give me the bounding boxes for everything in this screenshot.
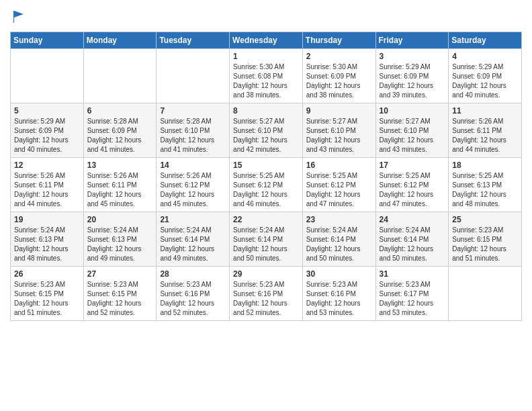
page-header	[10, 7, 522, 28]
day-info: Sunrise: 5:24 AM Sunset: 6:14 PM Dayligh…	[233, 226, 299, 263]
day-number: 1	[233, 52, 299, 61]
day-info: Sunrise: 5:25 AM Sunset: 6:12 PM Dayligh…	[233, 171, 299, 209]
calendar-cell	[11, 49, 84, 103]
day-info: Sunrise: 5:23 AM Sunset: 6:16 PM Dayligh…	[160, 280, 226, 318]
calendar-cell: 20Sunrise: 5:24 AM Sunset: 6:13 PM Dayli…	[83, 212, 157, 267]
calendar-cell: 12Sunrise: 5:26 AM Sunset: 6:11 PM Dayli…	[11, 158, 84, 212]
day-number: 12	[14, 161, 80, 170]
calendar-cell: 25Sunrise: 5:23 AM Sunset: 6:15 PM Dayli…	[449, 212, 522, 267]
day-info: Sunrise: 5:29 AM Sunset: 6:09 PM Dayligh…	[452, 62, 518, 100]
svg-marker-0	[13, 11, 24, 23]
day-info: Sunrise: 5:28 AM Sunset: 6:10 PM Dayligh…	[160, 117, 226, 154]
calendar-cell: 15Sunrise: 5:25 AM Sunset: 6:12 PM Dayli…	[230, 158, 303, 212]
calendar-cell: 11Sunrise: 5:26 AM Sunset: 6:11 PM Dayli…	[449, 103, 522, 158]
header-day-friday: Friday	[375, 32, 449, 49]
calendar-cell: 8Sunrise: 5:27 AM Sunset: 6:10 PM Daylig…	[230, 103, 303, 158]
calendar-table: SundayMondayTuesdayWednesdayThursdayFrid…	[10, 32, 522, 321]
calendar-cell: 1Sunrise: 5:30 AM Sunset: 6:08 PM Daylig…	[230, 49, 303, 103]
day-number: 9	[306, 106, 372, 116]
calendar-body: 1Sunrise: 5:30 AM Sunset: 6:08 PM Daylig…	[11, 49, 522, 321]
header-day-tuesday: Tuesday	[157, 32, 230, 49]
calendar-cell: 16Sunrise: 5:25 AM Sunset: 6:12 PM Dayli…	[302, 158, 375, 212]
day-number: 24	[380, 215, 445, 224]
day-number: 2	[306, 52, 372, 61]
day-info: Sunrise: 5:25 AM Sunset: 6:12 PM Dayligh…	[380, 171, 445, 209]
calendar-week-row: 26Sunrise: 5:23 AM Sunset: 6:15 PM Dayli…	[11, 267, 522, 321]
calendar-cell	[83, 49, 157, 103]
calendar-cell: 27Sunrise: 5:23 AM Sunset: 6:15 PM Dayli…	[83, 267, 157, 321]
calendar-cell: 26Sunrise: 5:23 AM Sunset: 6:15 PM Dayli…	[11, 267, 84, 321]
calendar-cell: 29Sunrise: 5:23 AM Sunset: 6:16 PM Dayli…	[230, 267, 303, 321]
day-info: Sunrise: 5:26 AM Sunset: 6:11 PM Dayligh…	[14, 171, 80, 209]
day-info: Sunrise: 5:27 AM Sunset: 6:10 PM Dayligh…	[233, 117, 299, 154]
day-number: 10	[380, 106, 445, 116]
calendar-cell: 19Sunrise: 5:24 AM Sunset: 6:13 PM Dayli…	[11, 212, 84, 267]
day-number: 28	[160, 269, 226, 279]
calendar-cell: 23Sunrise: 5:24 AM Sunset: 6:14 PM Dayli…	[302, 212, 375, 267]
header-day-sunday: Sunday	[11, 32, 84, 49]
calendar-cell: 13Sunrise: 5:26 AM Sunset: 6:11 PM Dayli…	[83, 158, 157, 212]
calendar-week-row: 5Sunrise: 5:29 AM Sunset: 6:09 PM Daylig…	[11, 103, 522, 158]
calendar-cell: 30Sunrise: 5:23 AM Sunset: 6:16 PM Dayli…	[302, 267, 375, 321]
day-number: 18	[452, 161, 518, 170]
day-number: 8	[233, 106, 299, 116]
day-number: 5	[14, 106, 80, 116]
day-info: Sunrise: 5:24 AM Sunset: 6:14 PM Dayligh…	[306, 226, 372, 263]
day-info: Sunrise: 5:24 AM Sunset: 6:14 PM Dayligh…	[160, 226, 226, 263]
calendar-cell: 21Sunrise: 5:24 AM Sunset: 6:14 PM Dayli…	[157, 212, 230, 267]
day-info: Sunrise: 5:23 AM Sunset: 6:16 PM Dayligh…	[233, 280, 299, 318]
logo-flag-icon	[11, 9, 26, 24]
calendar-header-row: SundayMondayTuesdayWednesdayThursdayFrid…	[11, 32, 522, 49]
day-info: Sunrise: 5:23 AM Sunset: 6:15 PM Dayligh…	[87, 280, 153, 318]
calendar-header: SundayMondayTuesdayWednesdayThursdayFrid…	[11, 32, 522, 49]
day-number: 26	[14, 269, 80, 279]
calendar-week-row: 1Sunrise: 5:30 AM Sunset: 6:08 PM Daylig…	[11, 49, 522, 103]
day-number: 31	[380, 269, 445, 279]
day-number: 15	[233, 161, 299, 170]
calendar-cell: 2Sunrise: 5:30 AM Sunset: 6:09 PM Daylig…	[302, 49, 375, 103]
day-number: 3	[380, 52, 445, 61]
calendar-cell: 18Sunrise: 5:25 AM Sunset: 6:13 PM Dayli…	[449, 158, 522, 212]
day-info: Sunrise: 5:28 AM Sunset: 6:09 PM Dayligh…	[87, 117, 153, 154]
day-number: 11	[452, 106, 518, 116]
day-number: 27	[87, 269, 153, 279]
calendar-week-row: 12Sunrise: 5:26 AM Sunset: 6:11 PM Dayli…	[11, 158, 522, 212]
day-number: 14	[160, 161, 226, 170]
day-info: Sunrise: 5:25 AM Sunset: 6:12 PM Dayligh…	[306, 171, 372, 209]
day-number: 17	[380, 161, 445, 170]
day-number: 19	[14, 215, 80, 224]
calendar-cell: 22Sunrise: 5:24 AM Sunset: 6:14 PM Dayli…	[230, 212, 303, 267]
day-info: Sunrise: 5:25 AM Sunset: 6:13 PM Dayligh…	[452, 171, 518, 209]
calendar-cell: 9Sunrise: 5:27 AM Sunset: 6:10 PM Daylig…	[302, 103, 375, 158]
day-info: Sunrise: 5:29 AM Sunset: 6:09 PM Dayligh…	[380, 62, 445, 100]
day-number: 22	[233, 215, 299, 224]
day-info: Sunrise: 5:24 AM Sunset: 6:14 PM Dayligh…	[380, 226, 445, 263]
day-info: Sunrise: 5:29 AM Sunset: 6:09 PM Dayligh…	[14, 117, 80, 154]
calendar-cell: 4Sunrise: 5:29 AM Sunset: 6:09 PM Daylig…	[449, 49, 522, 103]
day-number: 6	[87, 106, 153, 116]
header-day-saturday: Saturday	[449, 32, 522, 49]
day-info: Sunrise: 5:23 AM Sunset: 6:16 PM Dayligh…	[306, 280, 372, 318]
day-info: Sunrise: 5:30 AM Sunset: 6:09 PM Dayligh…	[306, 62, 372, 100]
day-info: Sunrise: 5:27 AM Sunset: 6:10 PM Dayligh…	[380, 117, 445, 154]
calendar-cell: 10Sunrise: 5:27 AM Sunset: 6:10 PM Dayli…	[375, 103, 449, 158]
day-number: 21	[160, 215, 226, 224]
day-number: 23	[306, 215, 372, 224]
header-day-monday: Monday	[83, 32, 157, 49]
day-info: Sunrise: 5:24 AM Sunset: 6:13 PM Dayligh…	[87, 226, 153, 263]
day-info: Sunrise: 5:26 AM Sunset: 6:11 PM Dayligh…	[87, 171, 153, 209]
header-day-thursday: Thursday	[302, 32, 375, 49]
day-info: Sunrise: 5:26 AM Sunset: 6:11 PM Dayligh…	[452, 117, 518, 154]
day-info: Sunrise: 5:26 AM Sunset: 6:12 PM Dayligh…	[160, 171, 226, 209]
day-info: Sunrise: 5:24 AM Sunset: 6:13 PM Dayligh…	[14, 226, 80, 263]
calendar-cell: 5Sunrise: 5:29 AM Sunset: 6:09 PM Daylig…	[11, 103, 84, 158]
day-info: Sunrise: 5:23 AM Sunset: 6:15 PM Dayligh…	[14, 280, 80, 318]
day-number: 20	[87, 215, 153, 224]
calendar-cell: 3Sunrise: 5:29 AM Sunset: 6:09 PM Daylig…	[375, 49, 449, 103]
day-number: 7	[160, 106, 226, 116]
calendar-cell: 7Sunrise: 5:28 AM Sunset: 6:10 PM Daylig…	[157, 103, 230, 158]
calendar-cell	[449, 267, 522, 321]
calendar-cell: 6Sunrise: 5:28 AM Sunset: 6:09 PM Daylig…	[83, 103, 157, 158]
day-info: Sunrise: 5:27 AM Sunset: 6:10 PM Dayligh…	[306, 117, 372, 154]
day-info: Sunrise: 5:23 AM Sunset: 6:15 PM Dayligh…	[452, 226, 518, 263]
